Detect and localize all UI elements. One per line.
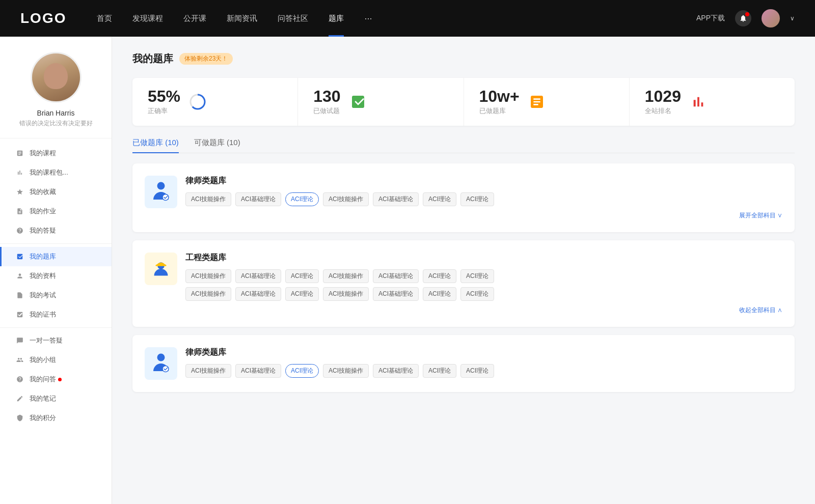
tag-1-3[interactable]: ACI技能操作 xyxy=(323,192,369,206)
my-qbank-icon xyxy=(15,252,24,261)
qbank-card-2: 工程类题库 ACI技能操作 ACI基础理论 ACI理论 ACI技能操作 ACI基… xyxy=(132,240,795,327)
tag-2-r2-0[interactable]: ACI技能操作 xyxy=(185,287,231,301)
user-avatar[interactable] xyxy=(762,9,780,27)
sidebar-item-favorites[interactable]: 我的收藏 xyxy=(0,182,112,202)
tag-2-r2-4[interactable]: ACI基础理论 xyxy=(373,287,419,301)
sidebar-item-my-qa[interactable]: 我的答疑 xyxy=(0,221,112,240)
sidebar-item-my-cert[interactable]: 我的证书 xyxy=(0,305,112,324)
tag-2-1[interactable]: ACI基础理论 xyxy=(235,269,281,283)
tag-1-0[interactable]: ACI技能操作 xyxy=(185,192,231,206)
tag-2-6[interactable]: ACI理论 xyxy=(460,269,494,283)
tag-3-6[interactable]: ACI理论 xyxy=(460,364,494,378)
app-download-button[interactable]: APP下载 xyxy=(696,14,725,23)
tag-3-5[interactable]: ACI理论 xyxy=(423,364,456,378)
tag-2-0[interactable]: ACI技能操作 xyxy=(185,269,231,283)
favorites-icon xyxy=(15,187,24,197)
tag-3-3[interactable]: ACI技能操作 xyxy=(323,364,369,378)
svg-point-2 xyxy=(157,182,165,190)
nav-qbank[interactable]: 题库 xyxy=(329,14,344,23)
stat-icon-qbanks xyxy=(527,92,547,112)
stat-questions-done: 130 已做试题 xyxy=(298,78,464,126)
homework-icon xyxy=(15,207,24,216)
tag-1-2[interactable]: ACI理论 xyxy=(285,192,319,206)
tag-3-4[interactable]: ACI基础理论 xyxy=(373,364,419,378)
profile-avatar xyxy=(31,52,82,103)
tag-2-3[interactable]: ACI技能操作 xyxy=(323,269,369,283)
tag-3-0[interactable]: ACI技能操作 xyxy=(185,364,231,378)
tag-2-5[interactable]: ACI理论 xyxy=(423,269,456,283)
tag-1-5[interactable]: ACI理论 xyxy=(423,192,456,206)
collapse-link-2[interactable]: 收起全部科目 ∧ xyxy=(185,306,782,315)
sidebar-item-1on1-qa[interactable]: 一对一答疑 xyxy=(0,331,112,350)
tag-2-r2-6[interactable]: ACI理论 xyxy=(460,287,494,301)
qbank-card-2-body: 工程类题库 ACI技能操作 ACI基础理论 ACI理论 ACI技能操作 ACI基… xyxy=(185,253,782,315)
stat-value-qbanks: 10w+ xyxy=(479,88,520,104)
nav-news[interactable]: 新闻资讯 xyxy=(227,14,257,23)
header-right: APP下载 ∨ xyxy=(696,9,795,27)
sidebar-item-my-answers[interactable]: 我的问答 xyxy=(0,370,112,389)
stat-icon-rank xyxy=(688,92,709,112)
sidebar-item-my-notes[interactable]: 我的笔记 xyxy=(0,389,112,408)
sidebar-item-my-exam[interactable]: 我的考试 xyxy=(0,286,112,305)
tag-3-1[interactable]: ACI基础理论 xyxy=(235,364,281,378)
sidebar-label-my-group: 我的小组 xyxy=(30,355,56,365)
tag-1-4[interactable]: ACI基础理论 xyxy=(373,192,419,206)
svg-point-6 xyxy=(157,354,165,361)
tag-2-r2-3[interactable]: ACI技能操作 xyxy=(323,287,369,301)
tab-bar: 已做题库 (10) 可做题库 (10) xyxy=(132,138,795,153)
my-exam-icon xyxy=(15,291,24,300)
sidebar-item-my-profile[interactable]: 我的资料 xyxy=(0,266,112,286)
tab-available-qbank[interactable]: 可做题库 (10) xyxy=(194,138,240,153)
qbank-title-3: 律师类题库 xyxy=(185,347,782,358)
trial-badge: 体验剩余23天！ xyxy=(179,53,233,65)
qbank-title-2: 工程类题库 xyxy=(185,253,782,263)
sidebar-menu: 我的课程 我的课程包... 我的收藏 我的作业 xyxy=(0,138,112,433)
tag-2-4[interactable]: ACI基础理论 xyxy=(373,269,419,283)
stats-row: 55% 正确率 130 已做试题 xyxy=(132,78,795,126)
my-profile-icon xyxy=(15,271,24,281)
menu-divider-1 xyxy=(0,243,112,244)
svg-rect-5 xyxy=(156,265,167,266)
sidebar-item-homework[interactable]: 我的作业 xyxy=(0,202,112,221)
nav-discover[interactable]: 发现课程 xyxy=(132,14,163,23)
tag-1-1[interactable]: ACI基础理论 xyxy=(235,192,281,206)
qbank-card-1-header: 律师类题库 ACI技能操作 ACI基础理论 ACI理论 ACI技能操作 ACI基… xyxy=(145,176,782,220)
user-menu-chevron[interactable]: ∨ xyxy=(790,15,795,22)
my-course-icon xyxy=(15,149,24,158)
sidebar-item-my-group[interactable]: 我的小组 xyxy=(0,350,112,370)
qbank-card-3: 律师类题库 ACI技能操作 ACI基础理论 ACI理论 ACI技能操作 ACI基… xyxy=(132,335,795,392)
sidebar-item-my-points[interactable]: 我的积分 xyxy=(0,408,112,428)
tag-1-6[interactable]: ACI理论 xyxy=(460,192,494,206)
expand-link-1[interactable]: 展开全部科目 ∨ xyxy=(185,211,782,220)
main-content: 我的题库 体验剩余23天！ 55% 正确率 xyxy=(112,37,815,504)
sidebar-label-my-answers: 我的问答 xyxy=(30,375,56,384)
qbank-tags-2-row1: ACI技能操作 ACI基础理论 ACI理论 ACI技能操作 ACI基础理论 AC… xyxy=(185,269,782,283)
tag-2-r2-2[interactable]: ACI理论 xyxy=(285,287,319,301)
stat-label-qbanks: 已做题库 xyxy=(479,106,520,116)
sidebar-label-my-cert: 我的证书 xyxy=(30,310,56,319)
qbank-card-2-header: 工程类题库 ACI技能操作 ACI基础理论 ACI理论 ACI技能操作 ACI基… xyxy=(145,253,782,315)
sidebar-label-my-qbank: 我的题库 xyxy=(30,252,56,261)
nav-more[interactable]: ··· xyxy=(364,13,372,24)
sidebar-label-my-course: 我的课程 xyxy=(30,149,56,158)
sidebar-label-course-package: 我的课程包... xyxy=(30,168,68,177)
nav-opencourse[interactable]: 公开课 xyxy=(183,14,206,23)
profile-name: Brian Harris xyxy=(37,109,75,117)
tag-2-r2-1[interactable]: ACI基础理论 xyxy=(235,287,281,301)
tab-done-qbank[interactable]: 已做题库 (10) xyxy=(132,138,179,153)
tag-2-2[interactable]: ACI理论 xyxy=(285,269,319,283)
stat-label-correct: 正确率 xyxy=(148,106,180,116)
qbank-card-3-header: 律师类题库 ACI技能操作 ACI基础理论 ACI理论 ACI技能操作 ACI基… xyxy=(145,347,782,380)
sidebar-item-my-qbank[interactable]: 我的题库 xyxy=(0,247,112,266)
tag-3-2[interactable]: ACI理论 xyxy=(285,364,319,378)
qbank-icon-engineer xyxy=(145,253,177,285)
sidebar-item-course-package[interactable]: 我的课程包... xyxy=(0,163,112,182)
nav-home[interactable]: 首页 xyxy=(97,14,112,23)
menu-divider-2 xyxy=(0,327,112,328)
qbank-card-1: 律师类题库 ACI技能操作 ACI基础理论 ACI理论 ACI技能操作 ACI基… xyxy=(132,163,795,232)
tag-2-r2-5[interactable]: ACI理论 xyxy=(423,287,456,301)
nav-qa[interactable]: 问答社区 xyxy=(278,14,308,23)
notification-bell[interactable] xyxy=(735,10,751,26)
sidebar-label-homework: 我的作业 xyxy=(30,207,56,216)
sidebar-item-my-course[interactable]: 我的课程 xyxy=(0,144,112,163)
